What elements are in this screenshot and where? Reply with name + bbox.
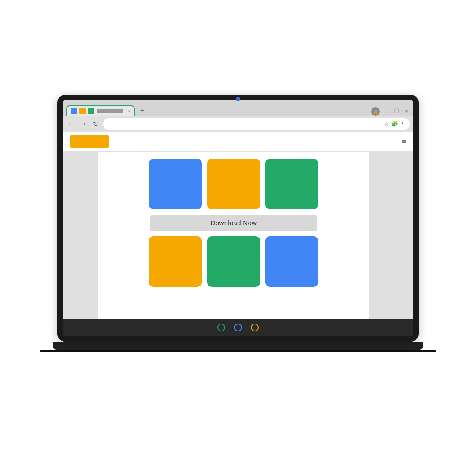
browser-controls: ← → ↻ ☆ 🧩 ⋮ [63,116,413,132]
sidebar-right [369,152,413,319]
tab-bar: × + 🔒 — ❐ × [63,100,413,116]
address-icons: ☆ 🧩 ⋮ [384,120,405,127]
taskbar-dot-green [217,324,225,331]
laptop-body: × + 🔒 — ❐ × ← → ↻ [57,95,419,342]
address-text [108,122,381,126]
download-now-button[interactable]: Download Now [150,215,317,231]
minimize-button[interactable]: — [382,108,391,115]
active-tab[interactable]: × [66,105,135,116]
taskbar-dot-blue [234,324,242,331]
shield-icon: 🔒 [371,107,380,116]
browser-chrome: × + 🔒 — ❐ × ← → ↻ [63,100,413,132]
sidebar-left [63,152,98,319]
taskbar-dot-yellow [251,324,259,331]
forward-button[interactable]: → [78,119,88,129]
site-logo [70,135,109,148]
tab-title [97,109,123,113]
extensions-icon[interactable]: 🧩 [391,120,398,127]
webcam [236,97,240,101]
laptop-base-line [40,350,436,352]
favicon-blue [71,108,77,114]
laptop-scene: × + 🔒 — ❐ × ← → ↻ [48,95,428,381]
back-button[interactable]: ← [66,119,76,129]
maximize-button[interactable]: ❐ [393,108,402,115]
address-bar[interactable]: ☆ 🧩 ⋮ [103,118,410,130]
card-blue-2[interactable] [265,236,318,287]
card-row-1 [149,159,318,209]
reload-button[interactable]: ↻ [91,119,100,129]
card-green-2[interactable] [207,236,260,287]
favicon-green [88,108,94,114]
favicon-yellow [79,108,86,114]
bookmark-star-icon[interactable]: ☆ [384,120,389,127]
card-yellow-1[interactable] [207,159,260,209]
laptop-base-body [53,342,423,350]
card-green-1[interactable] [265,159,318,209]
laptop-taskbar [63,319,413,336]
new-tab-button[interactable]: + [137,105,147,116]
card-blue-1[interactable] [149,159,202,209]
laptop-base [40,342,436,352]
download-button-wrapper: Download Now [150,215,317,231]
site-main: Download Now [63,152,413,319]
site-header: ≡ [63,132,413,152]
close-window-button[interactable]: × [403,108,410,115]
card-row-2 [149,236,318,287]
content-center: Download Now [98,152,369,319]
card-yellow-2[interactable] [149,236,202,287]
tab-close-button[interactable]: × [128,108,130,114]
browser-content: ≡ Download Now [63,132,413,336]
browser-menu-button[interactable]: ⋮ [400,120,405,127]
screen-bezel: × + 🔒 — ❐ × ← → ↻ [63,100,413,336]
window-controls: 🔒 — ❐ × [371,107,410,116]
hamburger-menu-icon[interactable]: ≡ [402,137,406,146]
